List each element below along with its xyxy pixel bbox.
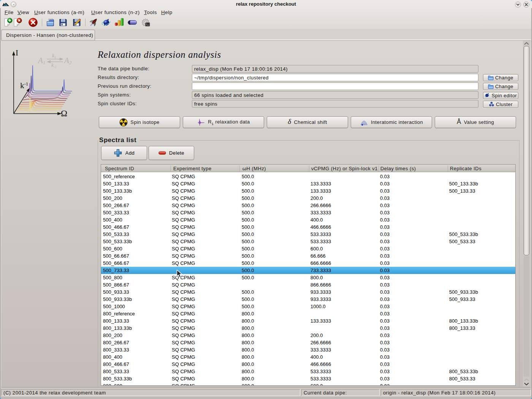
svg-text:k-1: k-1 [20,81,28,90]
svg-text:k1: k1 [52,53,56,59]
svg-text:k-1: k-1 [51,62,57,69]
svg-text:I: I [16,48,18,57]
svg-text:A2: A2 [63,56,72,65]
svg-text:A1: A1 [37,56,45,65]
svg-text:Ω: Ω [61,109,67,118]
